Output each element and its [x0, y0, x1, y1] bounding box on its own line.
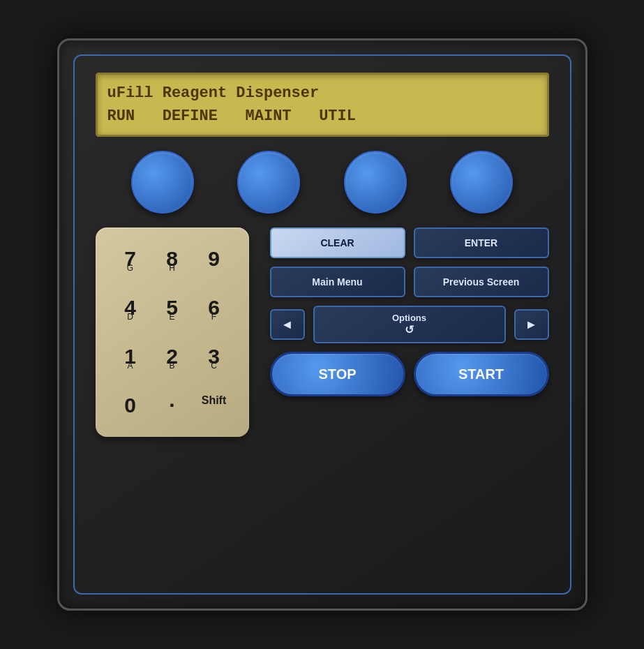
key-0[interactable]: 0 [112, 388, 149, 423]
key-7[interactable]: 7G [112, 241, 149, 285]
key-shift[interactable]: Shift [196, 388, 232, 423]
key-8[interactable]: 8H [154, 241, 190, 285]
previous-screen-button[interactable]: Previous Screen [414, 267, 549, 297]
softkey-util-button[interactable] [450, 151, 513, 214]
lcd-line2: RUN DEFINE MAINT UTIL [107, 105, 537, 128]
lcd-screen: uFill Reagent Dispenser RUN DEFINE MAINT… [96, 73, 549, 137]
key-dot[interactable]: · [154, 388, 190, 423]
arrow-right-button[interactable]: ► [514, 309, 549, 340]
stop-button[interactable]: STOP [270, 352, 405, 396]
key-9[interactable]: 9 [196, 241, 232, 285]
clear-enter-row: CLEAR ENTER [270, 227, 549, 258]
key-3[interactable]: 3C [196, 339, 232, 382]
softkey-run-button[interactable] [131, 151, 194, 214]
main-menu-button[interactable]: Main Menu [270, 267, 405, 297]
right-controls-panel: CLEAR ENTER Main Menu Previous Screen ◄ … [270, 227, 549, 396]
key-4[interactable]: 4D [112, 290, 149, 334]
menu-nav-row: Main Menu Previous Screen [270, 267, 549, 297]
softkey-define-button[interactable] [237, 151, 300, 214]
options-button[interactable]: Options ↺ [313, 306, 506, 343]
key-1[interactable]: 1A [112, 339, 149, 382]
arrow-left-button[interactable]: ◄ [270, 309, 305, 340]
options-row: ◄ Options ↺ ► [270, 306, 549, 343]
stop-start-row: STOP START [270, 352, 549, 396]
device-panel: uFill Reagent Dispenser RUN DEFINE MAINT… [57, 38, 587, 611]
softkey-row [96, 151, 549, 214]
key-6[interactable]: 6F [196, 290, 232, 334]
options-label: Options [392, 313, 426, 323]
enter-button[interactable]: ENTER [414, 227, 549, 258]
softkey-maint-button[interactable] [344, 151, 407, 214]
clear-button[interactable]: CLEAR [270, 227, 405, 258]
key-5[interactable]: 5E [154, 290, 190, 334]
controls-area: 7G 8H 9 4D 5E 6F 1A 2B 3C 0 · Shift CLEA… [96, 227, 549, 437]
options-icon: ↺ [405, 324, 414, 336]
key-2[interactable]: 2B [154, 339, 190, 382]
device-inner: uFill Reagent Dispenser RUN DEFINE MAINT… [73, 54, 571, 595]
start-button[interactable]: START [414, 352, 549, 396]
numeric-keypad: 7G 8H 9 4D 5E 6F 1A 2B 3C 0 · Shift [96, 227, 249, 437]
lcd-line1: uFill Reagent Dispenser [107, 82, 537, 105]
